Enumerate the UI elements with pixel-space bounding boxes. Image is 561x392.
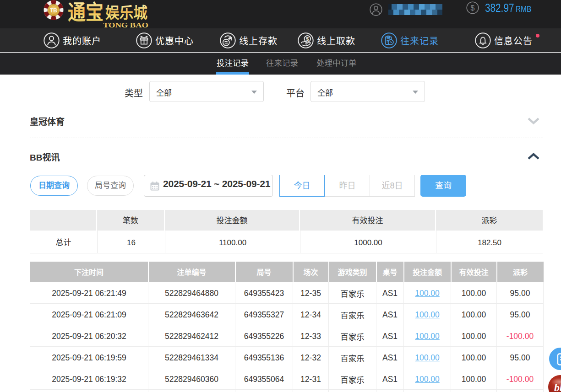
svg-text:$: $ xyxy=(306,36,309,42)
svg-text:$: $ xyxy=(471,4,475,12)
svg-text:娱乐城: 娱乐城 xyxy=(105,5,147,21)
svg-text:TB: TB xyxy=(50,7,57,14)
svg-text:通宝: 通宝 xyxy=(68,1,103,24)
svg-text:TONG BAO: TONG BAO xyxy=(103,21,148,28)
